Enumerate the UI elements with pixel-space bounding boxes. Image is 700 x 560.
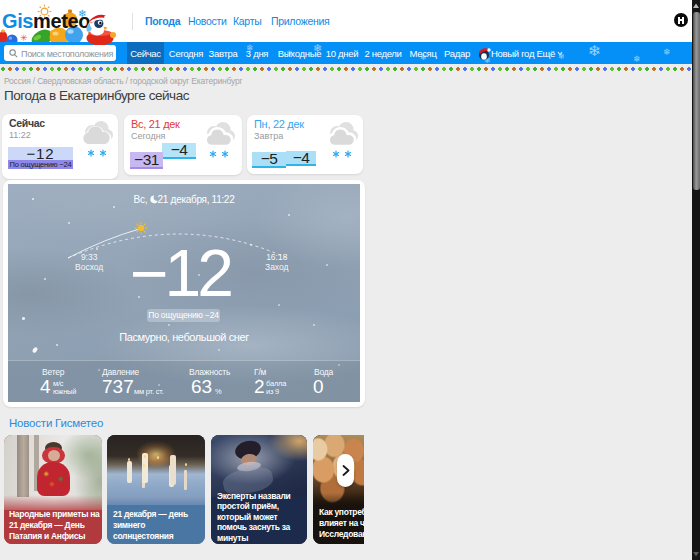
svg-text:✳: ✳: [20, 33, 28, 42]
